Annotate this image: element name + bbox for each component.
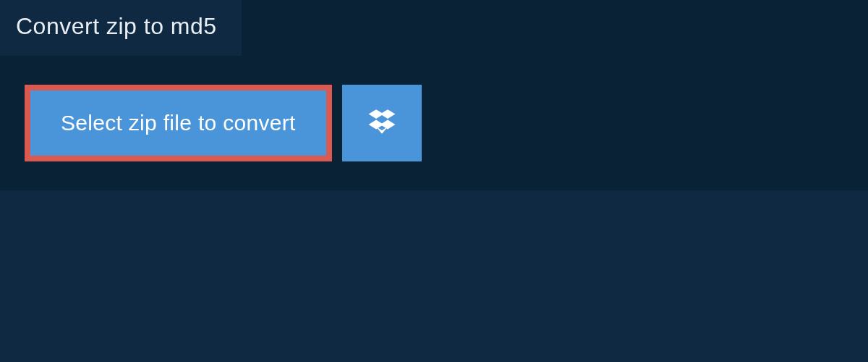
select-file-button[interactable]: Select zip file to convert	[25, 85, 332, 161]
tab-convert[interactable]: Convert zip to md5	[0, 0, 242, 56]
select-file-label: Select zip file to convert	[61, 111, 296, 135]
dropbox-button[interactable]	[342, 85, 422, 161]
tab-bar: Convert zip to md5	[0, 0, 868, 56]
button-row: Select zip file to convert	[0, 56, 868, 161]
dropbox-icon	[367, 107, 396, 139]
converter-panel: Convert zip to md5 Select zip file to co…	[0, 0, 868, 190]
tab-title: Convert zip to md5	[16, 13, 217, 39]
